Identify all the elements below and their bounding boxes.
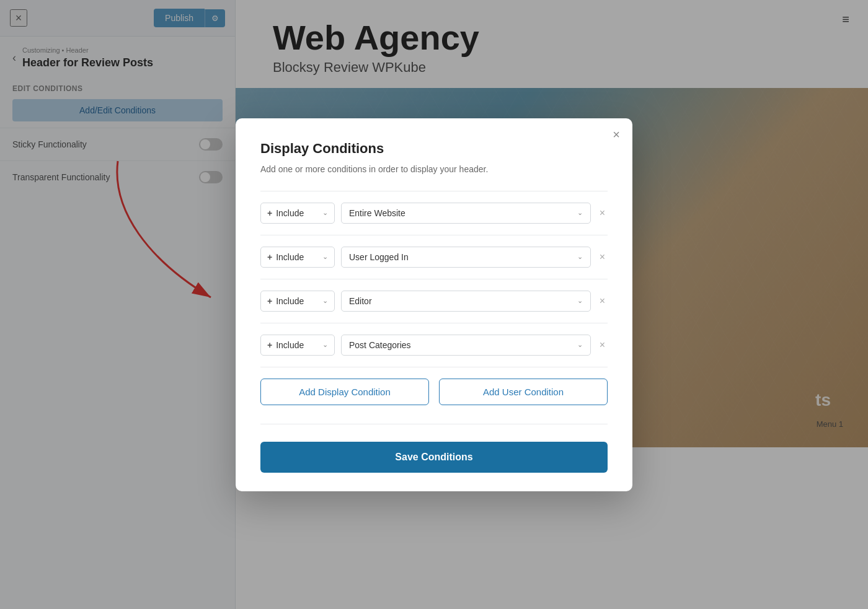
divider-top	[260, 191, 608, 191]
modal-title: Display Conditions	[260, 141, 608, 157]
condition-type-select-3[interactable]: + Include ⌄	[260, 291, 335, 312]
chevron-icon-1: ⌄	[322, 209, 328, 217]
condition-row-4: + Include ⌄ Post Categories ⌄ ×	[260, 335, 608, 356]
divider-3	[260, 323, 608, 323]
condition-value-select-1[interactable]: Entire Website ⌄	[341, 203, 591, 224]
add-user-condition-button[interactable]: Add User Condition	[439, 379, 608, 405]
plus-icon-2: +	[267, 252, 272, 262]
condition-value-select-4[interactable]: Post Categories ⌄	[341, 335, 591, 356]
condition-type-text-1: Include	[276, 208, 316, 218]
plus-icon-3: +	[267, 296, 272, 306]
condition-value-chevron-4: ⌄	[577, 341, 583, 349]
condition-type-select-1[interactable]: + Include ⌄	[260, 203, 335, 224]
condition-type-text-4: Include	[276, 340, 316, 350]
condition-remove-3[interactable]: ×	[597, 294, 608, 309]
condition-value-chevron-2: ⌄	[577, 253, 583, 261]
condition-type-select-2[interactable]: + Include ⌄	[260, 247, 335, 268]
add-display-condition-button[interactable]: Add Display Condition	[260, 379, 429, 405]
condition-row-3: + Include ⌄ Editor ⌄ ×	[260, 291, 608, 312]
divider-1	[260, 235, 608, 235]
divider-2	[260, 279, 608, 279]
condition-value-select-3[interactable]: Editor ⌄	[341, 291, 591, 312]
condition-value-chevron-1: ⌄	[577, 209, 583, 217]
chevron-icon-2: ⌄	[322, 253, 328, 261]
condition-value-chevron-3: ⌄	[577, 297, 583, 305]
display-conditions-modal: × Display Conditions Add one or more con…	[236, 118, 632, 491]
save-conditions-button[interactable]: Save Conditions	[260, 442, 608, 473]
condition-remove-4[interactable]: ×	[597, 338, 608, 353]
condition-remove-1[interactable]: ×	[597, 206, 608, 221]
modal-close-button[interactable]: ×	[613, 128, 620, 141]
plus-icon-1: +	[267, 208, 272, 218]
condition-type-text-2: Include	[276, 252, 316, 262]
condition-value-text-2: User Logged In	[349, 252, 409, 262]
chevron-icon-3: ⌄	[322, 297, 328, 305]
condition-row-1: + Include ⌄ Entire Website ⌄ ×	[260, 203, 608, 224]
condition-value-text-3: Editor	[349, 296, 372, 306]
condition-remove-2[interactable]: ×	[597, 250, 608, 265]
modal-overlay[interactable]: × Display Conditions Add one or more con…	[0, 0, 868, 609]
condition-value-text-1: Entire Website	[349, 208, 405, 218]
plus-icon-4: +	[267, 340, 272, 350]
chevron-icon-4: ⌄	[322, 341, 328, 349]
condition-value-text-4: Post Categories	[349, 340, 411, 350]
divider-4	[260, 367, 608, 367]
condition-row-2: + Include ⌄ User Logged In ⌄ ×	[260, 247, 608, 268]
add-conditions-row: Add Display Condition Add User Condition	[260, 379, 608, 405]
condition-value-select-2[interactable]: User Logged In ⌄	[341, 247, 591, 268]
modal-description: Add one or more conditions in order to d…	[260, 163, 608, 176]
divider-5	[260, 424, 608, 424]
condition-type-text-3: Include	[276, 296, 316, 306]
condition-type-select-4[interactable]: + Include ⌄	[260, 335, 335, 356]
